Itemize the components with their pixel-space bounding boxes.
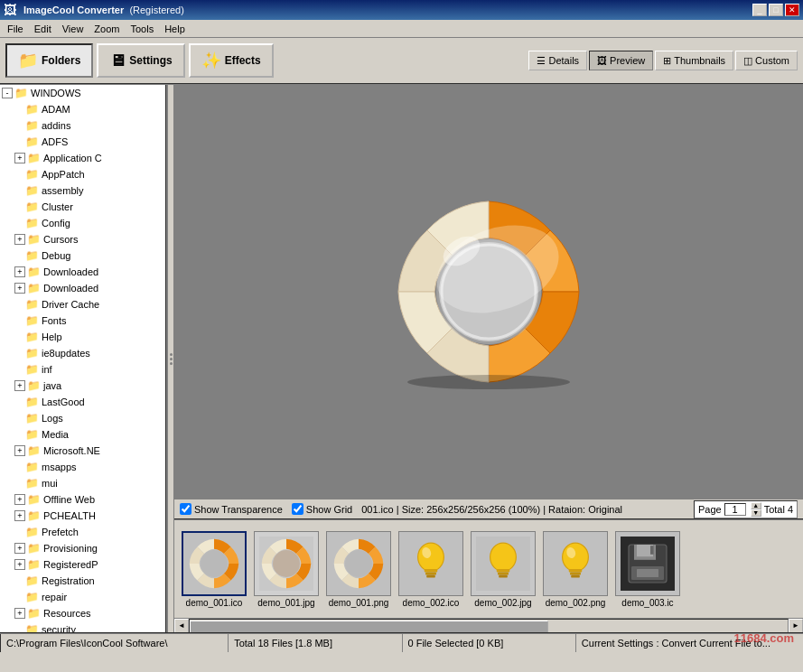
tab-settings[interactable]: 🖥 Settings — [97, 43, 184, 78]
list-item[interactable]: 📁 Prefetch — [0, 524, 165, 540]
list-item[interactable]: + 📁 Downloaded — [0, 264, 165, 280]
scroll-left-button[interactable]: ◄ — [174, 619, 189, 633]
list-item[interactable]: + 📁 Provisioning — [0, 540, 165, 556]
grid-label: Show Grid — [306, 504, 352, 515]
grid-check[interactable] — [292, 503, 303, 515]
list-item[interactable]: 📁 Fonts — [0, 313, 165, 329]
thumbnail-item[interactable]: demo_002.jpg — [469, 529, 537, 610]
maximize-button[interactable]: □ — [769, 4, 783, 16]
svg-point-10 — [345, 550, 372, 577]
thumbnail-item[interactable]: demo_003.ic — [613, 529, 682, 610]
page-control: Page ▲ ▼ Total 4 — [694, 500, 798, 518]
tree-root-label: WINDOWS — [31, 86, 81, 100]
details-label: Details — [548, 55, 579, 66]
thumbnail-item[interactable]: demo_002.ico — [397, 529, 465, 610]
thumbnail-box — [543, 531, 608, 596]
tab-effects[interactable]: ✨ Effects — [189, 43, 274, 78]
resize-handle[interactable] — [167, 85, 174, 632]
list-item[interactable]: + 📁 Downloaded — [0, 280, 165, 296]
menu-zoom[interactable]: Zoom — [89, 22, 125, 36]
folder-tree[interactable]: - 📁 WINDOWS 📁 ADAM 📁 addins 📁 ADFS + 📁 A… — [0, 85, 167, 632]
scroll-right-button[interactable]: ► — [789, 619, 803, 633]
page-down-button[interactable]: ▼ — [751, 509, 761, 517]
total-label: Total — [764, 504, 785, 515]
list-item[interactable]: + 📁 Offline Web — [0, 491, 165, 508]
scrollbar-track[interactable] — [189, 619, 789, 633]
details-icon: ☰ — [537, 55, 546, 67]
list-item[interactable]: + 📁 Microsoft.NE — [0, 443, 165, 459]
svg-rect-12 — [425, 569, 437, 573]
menu-tools[interactable]: Tools — [125, 22, 159, 36]
custom-label: Custom — [755, 55, 789, 66]
thumbnail-item[interactable]: demo_001.png — [324, 529, 393, 610]
thumbnail-strip: demo_001.ico — [174, 518, 803, 618]
thumbnail-item[interactable]: demo_002.png — [541, 529, 610, 610]
svg-point-9 — [273, 550, 300, 577]
menu-file[interactable]: File — [2, 22, 29, 36]
list-item[interactable]: 📁 Logs — [0, 410, 165, 426]
tab-folders[interactable]: 📁 Folders — [5, 43, 93, 78]
list-item[interactable]: 📁 Config — [0, 215, 165, 231]
list-item[interactable]: 📁 assembly — [0, 182, 165, 199]
watermark: 11684.com — [734, 631, 795, 645]
close-button[interactable]: ✕ — [785, 4, 799, 16]
list-item[interactable]: 📁 ADAM — [0, 101, 165, 117]
svg-rect-23 — [570, 572, 581, 574]
main-content: - 📁 WINDOWS 📁 ADAM 📁 addins 📁 ADFS + 📁 A… — [0, 85, 803, 632]
list-item[interactable]: 📁 mui — [0, 475, 165, 491]
view-preview-button[interactable]: 🖼 Preview — [589, 51, 653, 70]
list-item[interactable]: + 📁 Application C — [0, 150, 165, 166]
list-item[interactable]: + 📁 RegisteredP — [0, 556, 165, 573]
list-item[interactable]: 📁 Cluster — [0, 199, 165, 215]
list-item[interactable]: 📁 LastGood — [0, 394, 165, 410]
list-item[interactable]: 📁 security — [0, 621, 165, 632]
thumbnail-item[interactable]: demo_001.jpg — [252, 529, 321, 610]
menu-edit[interactable]: Edit — [29, 22, 57, 36]
effects-icon: ✨ — [201, 51, 221, 70]
list-item[interactable]: 📁 addins — [0, 117, 165, 134]
expand-icon[interactable]: - — [2, 88, 13, 98]
list-item[interactable]: 📁 Help — [0, 329, 165, 345]
list-item[interactable]: 📁 ie8updates — [0, 345, 165, 361]
list-item[interactable]: + 📁 Resources — [0, 605, 165, 621]
list-item[interactable]: 📁 ADFS — [0, 134, 165, 150]
thumbnail-box — [471, 531, 536, 596]
thumb-image — [259, 537, 313, 591]
tab-effects-label: Effects — [225, 54, 261, 67]
svg-rect-18 — [497, 569, 509, 573]
thumbnail-box — [254, 531, 319, 596]
svg-rect-14 — [426, 574, 435, 577]
list-item[interactable]: + 📁 PCHEALTH — [0, 508, 165, 524]
minimize-button[interactable]: _ — [752, 4, 767, 16]
menu-help[interactable]: Help — [159, 22, 191, 36]
list-item[interactable]: 📁 Media — [0, 426, 165, 443]
page-up-button[interactable]: ▲ — [751, 502, 761, 509]
preview-image — [389, 192, 588, 391]
list-item[interactable]: 📁 Debug — [0, 247, 165, 264]
thumbnail-box — [326, 531, 391, 596]
view-details-button[interactable]: ☰ Details — [528, 51, 587, 70]
transparence-check[interactable] — [180, 503, 191, 515]
list-item[interactable]: 📁 msapps — [0, 459, 165, 475]
list-item[interactable]: 📁 Registration — [0, 573, 165, 589]
list-item[interactable]: 📁 AppPatch — [0, 166, 165, 182]
tree-root[interactable]: - 📁 WINDOWS — [0, 85, 165, 101]
svg-rect-22 — [569, 569, 582, 573]
list-item[interactable]: 📁 repair — [0, 589, 165, 605]
page-input[interactable] — [724, 503, 746, 516]
list-item[interactable]: + 📁 Cursors — [0, 231, 165, 247]
settings-icon: 🖥 — [109, 51, 126, 70]
thumbnail-scrollbar[interactable]: ◄ ► — [174, 618, 803, 632]
list-item[interactable]: + 📁 java — [0, 378, 165, 394]
svg-rect-19 — [498, 572, 509, 574]
scrollbar-thumb[interactable] — [190, 621, 548, 633]
view-custom-button[interactable]: ◫ Custom — [735, 51, 798, 70]
view-thumbnails-button[interactable]: ⊞ Thumbnails — [655, 51, 733, 70]
list-item[interactable]: 📁 inf — [0, 361, 165, 378]
show-grid-checkbox[interactable]: Show Grid — [292, 503, 352, 515]
menu-view[interactable]: View — [57, 22, 89, 36]
thumbnail-item[interactable]: demo_001.ico — [180, 529, 248, 610]
show-transparence-checkbox[interactable]: Show Transparence — [180, 503, 283, 515]
list-item[interactable]: 📁 Driver Cache — [0, 296, 165, 313]
thumbnail-label: demo_001.png — [329, 598, 389, 608]
